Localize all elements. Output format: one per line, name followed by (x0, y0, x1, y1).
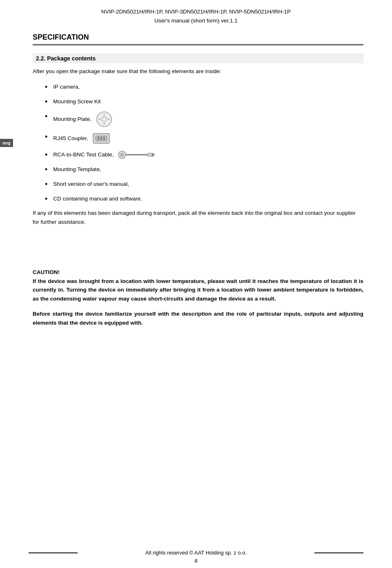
subsection-heading: 2.2. Package contents (33, 53, 363, 63)
svg-point-2 (103, 114, 105, 116)
svg-point-5 (108, 118, 109, 120)
circle-icon (96, 111, 113, 128)
list-item: Mounting Screw Kit (45, 96, 363, 107)
section-title: SPECIFICATION (33, 33, 363, 42)
page-footer: All rights reserved © AAT Holding sp. z … (0, 550, 392, 556)
svg-point-15 (152, 154, 154, 156)
rj45-coupler-icon (92, 131, 111, 146)
page-number: 8 (194, 558, 197, 564)
main-content: SPECIFICATION 2.2. Package contents Afte… (0, 27, 392, 360)
spacer (33, 232, 363, 249)
caution-label: CAUTION! (33, 269, 363, 275)
header-line1: NVIP-2DN5021H/IRH-1P, NVIP-3DN5021H/IRH-… (24, 7, 368, 16)
cable-icon (118, 150, 155, 160)
rca-bnc-cable-icon (118, 150, 155, 160)
list-item: CD containing manual and software. (45, 193, 363, 205)
item-text: Mounting Template, (53, 165, 101, 174)
svg-rect-9 (100, 137, 102, 140)
item-text: Short version of user's manual, (53, 180, 129, 188)
lang-tab: eng (0, 139, 13, 147)
item-text: RJ45 Coupler, (53, 134, 88, 143)
svg-point-12 (120, 153, 124, 156)
footer-line-right (314, 552, 363, 553)
section-divider (33, 44, 363, 45)
mounting-plate-icon (96, 111, 113, 128)
item-text: Mounting Plate, (53, 115, 91, 123)
list-item: RJ45 Coupler, (45, 131, 363, 146)
before-starting-text: Before starting the device familiarize y… (33, 310, 363, 327)
item-text: CD containing manual and software. (53, 195, 142, 203)
list-item: Short version of user's manual, (45, 178, 363, 190)
list-item: RCA-to-BNC Test Cable, (45, 149, 363, 160)
item-text: IP camera, (53, 83, 80, 91)
list-item: Mounting Template, (45, 164, 363, 175)
package-items-list: IP camera, Mounting Screw Kit Mounting P… (45, 81, 363, 205)
item-text: RCA-to-BNC Test Cable, (53, 151, 114, 159)
spacer2 (33, 249, 363, 265)
caution-section: CAUTION! If the device was brought from … (33, 269, 363, 327)
item-text: Mounting Screw Kit (53, 98, 100, 106)
svg-rect-10 (103, 137, 105, 140)
header-line2: User's manual (short form) ver.1.1 (24, 16, 368, 25)
list-item: IP camera, (45, 81, 363, 93)
page-container: NVIP-2DN5021H/IRH-1P, NVIP-3DN5021H/IRH-… (0, 0, 392, 568)
list-item: Mounting Plate, (45, 111, 363, 128)
svg-rect-8 (98, 137, 99, 140)
caution-text: If the device was brought from a locatio… (33, 277, 363, 303)
svg-point-4 (99, 118, 100, 120)
footer-line-left (29, 552, 78, 553)
footer-text: All rights reserved © AAT Holding sp. z … (78, 550, 314, 556)
intro-text: After you open the package make sure tha… (33, 67, 363, 76)
rj45-icon (92, 131, 111, 146)
damage-paragraph: If any of this elements has been damaged… (33, 209, 363, 226)
svg-point-3 (103, 123, 105, 125)
page-header: NVIP-2DN5021H/IRH-1P, NVIP-3DN5021H/IRH-… (0, 0, 392, 27)
